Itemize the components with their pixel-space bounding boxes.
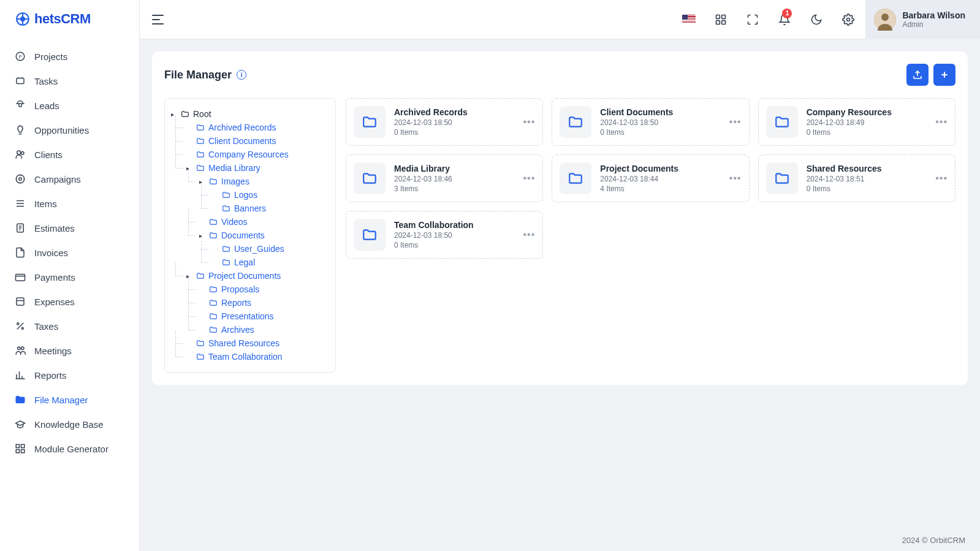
sidebar-item-tasks[interactable]: Tasks bbox=[0, 69, 139, 93]
folder-card[interactable]: Media Library 2024-12-03 18:46 3 Items •… bbox=[346, 154, 543, 202]
sidebar-item-items[interactable]: Items bbox=[0, 191, 139, 216]
more-icon[interactable]: ••• bbox=[729, 116, 742, 127]
svg-rect-30 bbox=[21, 444, 25, 447]
user-menu[interactable]: Barbara Wilson Admin bbox=[865, 0, 980, 39]
menu-toggle-icon[interactable] bbox=[152, 14, 167, 25]
folder-count: 0 Items bbox=[807, 184, 882, 193]
sidebar-item-projects[interactable]: PProjects bbox=[0, 44, 139, 69]
folder-icon bbox=[354, 106, 386, 138]
sidebar-item-invoices[interactable]: Invoices bbox=[0, 240, 139, 265]
more-icon[interactable]: ••• bbox=[523, 116, 536, 127]
svg-point-24 bbox=[21, 347, 25, 350]
sidebar-item-expenses[interactable]: Expenses bbox=[0, 289, 139, 314]
nav-label: Items bbox=[34, 199, 57, 209]
notification-badge: 1 bbox=[782, 9, 792, 18]
folders-grid: Archived Records 2024-12-03 18:50 0 Item… bbox=[346, 98, 955, 373]
folder-card[interactable]: Shared Resources 2024-12-03 18:51 0 Item… bbox=[758, 154, 955, 202]
svg-rect-18 bbox=[17, 298, 24, 305]
dark-mode-icon[interactable] bbox=[802, 0, 831, 39]
svg-rect-31 bbox=[16, 450, 19, 453]
folder-name: Project Documents bbox=[600, 164, 678, 173]
svg-rect-38 bbox=[716, 20, 720, 24]
nav-label: Tasks bbox=[34, 76, 58, 86]
tree-node[interactable]: Archives bbox=[188, 323, 329, 336]
folder-count: 3 Items bbox=[394, 184, 452, 193]
sidebar-item-meetings[interactable]: Meetings bbox=[0, 338, 139, 363]
upload-button[interactable] bbox=[906, 64, 929, 86]
add-button[interactable] bbox=[933, 64, 955, 86]
tree-label: Proposals bbox=[221, 284, 259, 294]
info-icon[interactable]: i bbox=[237, 70, 246, 80]
sidebar-item-clients[interactable]: Clients bbox=[0, 142, 139, 167]
sidebar-item-campaigns[interactable]: Campaigns bbox=[0, 167, 139, 191]
apps-icon[interactable] bbox=[706, 0, 735, 39]
tree-root[interactable]: ▸ Root bbox=[171, 107, 329, 121]
tree-node[interactable]: User_Guides bbox=[201, 242, 329, 256]
svg-rect-29 bbox=[16, 444, 19, 447]
svg-point-6 bbox=[21, 152, 25, 155]
sidebar-item-taxes[interactable]: Taxes bbox=[0, 314, 139, 338]
folder-icon bbox=[196, 123, 205, 132]
sidebar-item-leads[interactable]: Leads bbox=[0, 93, 139, 118]
svg-point-42 bbox=[881, 13, 889, 21]
folder-icon bbox=[209, 177, 218, 186]
knowledge-icon bbox=[15, 419, 26, 430]
folder-count: 0 Items bbox=[600, 128, 673, 137]
tree-label: Documents bbox=[221, 230, 265, 240]
folder-date: 2024-12-03 18:46 bbox=[394, 175, 452, 183]
tree-node[interactable]: Legal bbox=[201, 256, 329, 269]
notifications-icon[interactable]: 1 bbox=[770, 0, 799, 39]
tree-node[interactable]: Presentations bbox=[188, 310, 329, 323]
tree-node[interactable]: ▸Media Library bbox=[175, 161, 329, 175]
sidebar-item-opportunities[interactable]: Opportunities bbox=[0, 118, 139, 142]
sidebar-item-payments[interactable]: Payments bbox=[0, 265, 139, 289]
tree-node[interactable]: Banners bbox=[201, 202, 329, 215]
folder-name: Client Documents bbox=[600, 107, 673, 117]
sidebar-item-reports[interactable]: Reports bbox=[0, 363, 139, 387]
folder-card[interactable]: Archived Records 2024-12-03 18:50 0 Item… bbox=[346, 98, 543, 146]
settings-icon[interactable] bbox=[834, 0, 863, 39]
more-icon[interactable]: ••• bbox=[523, 173, 536, 184]
more-icon[interactable]: ••• bbox=[935, 116, 948, 127]
more-icon[interactable]: ••• bbox=[729, 173, 742, 184]
folder-icon bbox=[209, 231, 218, 240]
tree-node[interactable]: Videos bbox=[188, 215, 329, 229]
tree-node[interactable]: Client Documents bbox=[175, 134, 329, 148]
svg-point-23 bbox=[18, 347, 21, 350]
tree-node[interactable]: ▸Images bbox=[188, 175, 329, 188]
tree-node[interactable]: Company Resources bbox=[175, 148, 329, 161]
folder-card[interactable]: Company Resources 2024-12-03 18:49 0 Ite… bbox=[758, 98, 955, 146]
folder-icon bbox=[209, 312, 218, 321]
brand-logo[interactable]: hetsCRM bbox=[0, 0, 139, 38]
tree-node[interactable]: ▸Project Documents bbox=[175, 269, 329, 283]
nav-label: Knowledge Base bbox=[34, 419, 104, 430]
folder-card[interactable]: Project Documents 2024-12-03 18:44 4 Ite… bbox=[552, 154, 749, 202]
folder-card[interactable]: Team Collaboration 2024-12-03 18:50 0 It… bbox=[346, 211, 543, 259]
clients-icon bbox=[15, 149, 26, 160]
tree-node[interactable]: Shared Resources bbox=[175, 336, 329, 350]
svg-point-21 bbox=[17, 323, 19, 325]
sidebar-item-module[interactable]: Module Generator bbox=[0, 436, 139, 461]
sidebar-item-file-manager[interactable]: File Manager bbox=[0, 387, 139, 412]
page-title: File Manager i bbox=[164, 69, 246, 82]
tree-node[interactable]: Archived Records bbox=[175, 121, 329, 134]
more-icon[interactable]: ••• bbox=[935, 173, 948, 184]
folder-card[interactable]: Client Documents 2024-12-03 18:50 0 Item… bbox=[552, 98, 749, 146]
fullscreen-icon[interactable] bbox=[738, 0, 767, 39]
folder-icon bbox=[560, 162, 591, 194]
svg-point-5 bbox=[17, 151, 21, 154]
sidebar-item-knowledge[interactable]: Knowledge Base bbox=[0, 412, 139, 436]
sidebar-item-estimates[interactable]: Estimates bbox=[0, 216, 139, 240]
tree-node[interactable]: Logos bbox=[201, 188, 329, 202]
folder-icon bbox=[196, 339, 205, 348]
tree-label: Media Library bbox=[208, 163, 260, 173]
tree-label: Shared Resources bbox=[208, 338, 279, 348]
tree-label: Project Documents bbox=[208, 271, 281, 281]
tree-node[interactable]: Reports bbox=[188, 296, 329, 310]
tree-node[interactable]: ▸Documents bbox=[188, 229, 329, 242]
nav-label: Opportunities bbox=[34, 125, 89, 135]
more-icon[interactable]: ••• bbox=[523, 229, 536, 240]
language-flag[interactable] bbox=[674, 0, 704, 39]
tree-node[interactable]: Team Collaboration bbox=[175, 350, 329, 363]
tree-node[interactable]: Proposals bbox=[188, 283, 329, 296]
